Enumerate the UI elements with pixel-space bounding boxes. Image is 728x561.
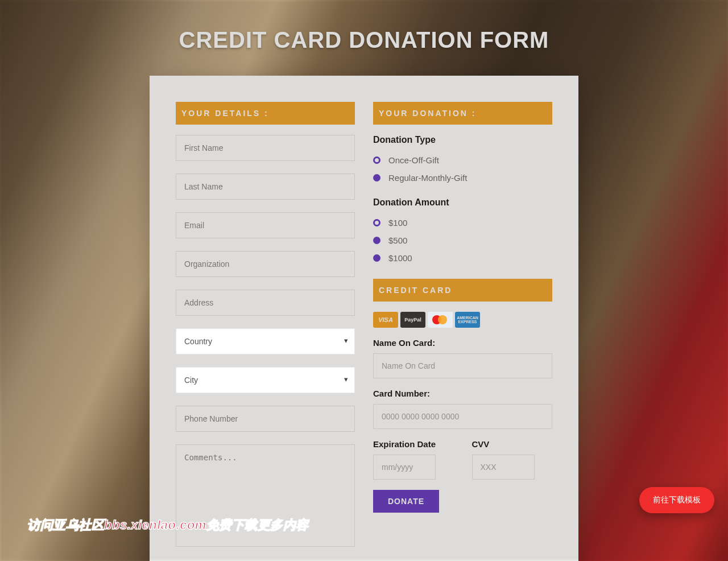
mastercard-icon <box>428 312 453 328</box>
country-select[interactable]: Country <box>176 328 355 354</box>
watermark-text: 访问亚乌社区bbs.xienlao.com免费下载更多内容 <box>27 517 309 534</box>
city-select[interactable]: City <box>176 367 355 393</box>
background-overlay <box>0 0 728 561</box>
download-template-button[interactable]: 前往下载模板 <box>639 487 714 513</box>
